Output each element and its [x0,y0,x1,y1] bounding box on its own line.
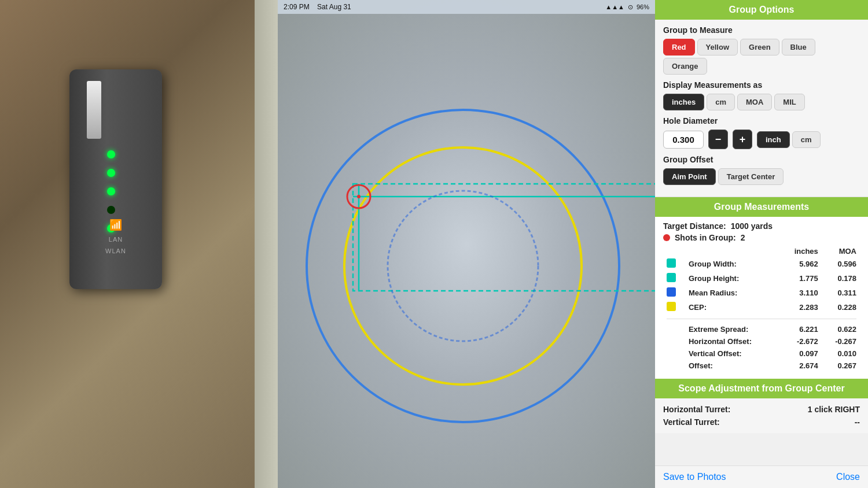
close-button[interactable]: Close [836,472,860,482]
meas-moa-7: 0.267 [822,360,860,372]
measurements-body: Target Distance: 1000 yards Shots in Gro… [655,217,868,379]
btn-mil[interactable]: MIL [774,94,804,110]
meas-label-7: Offset: [685,360,780,372]
meas-label-4: Extreme Spread: [685,323,780,335]
color-swatch-0 [667,258,676,268]
meas-moa-5: -0.267 [822,335,860,347]
meas-swatch-4 [663,323,685,335]
meas-inches-3: 2.283 [780,300,822,315]
hole-diameter-row: 0.300 − + inch cm [663,130,860,149]
btn-yellow[interactable]: Yellow [697,39,738,56]
btn-cm[interactable]: cm [707,94,735,110]
wlan-label: WLAN [105,247,126,254]
close-label: Close [836,472,860,482]
vertical-turret-label: Vertical Turret: [663,417,720,427]
save-label: Save to Photos [663,472,726,482]
group-measurements-header: Group Measurements [655,197,868,217]
group-to-measure-buttons: Red Yellow Green Blue Orange [663,39,860,75]
signal-icon: ▲▲▲ [605,3,624,10]
shots-in-group-value: 2 [741,233,745,242]
meas-inches-1: 1.775 [780,271,822,286]
led-1 [107,150,115,158]
meas-inches-2: 3.110 [780,286,822,300]
meas-inches-4: 6.221 [780,323,822,335]
btn-target-center[interactable]: Target Center [718,168,784,185]
save-to-photos-button[interactable]: Save to Photos [663,472,726,482]
meas-swatch-7 [663,360,685,372]
scope-adjustment-section: Scope Adjustment from Group Center Horiz… [655,379,868,433]
meas-moa-1: 0.178 [822,271,860,286]
col-header-inches: inches [780,246,822,257]
meas-inches-5: -2.672 [780,335,822,347]
svg-point-8 [357,195,361,198]
col-header-moa: MOA [822,246,860,257]
bottom-actions: Save to Photos Close [655,465,868,488]
hole-diameter-label: Hole Diameter [663,116,860,125]
measurements-table: inches MOA Group Width:5.9620.596Group H… [663,246,860,372]
group-offset-buttons: Aim Point Target Center [663,168,860,185]
horizontal-turret-label: Horizontal Turret: [663,405,730,414]
meas-row-0: Group Width:5.9620.596 [663,257,860,271]
btn-moa[interactable]: MOA [737,94,772,110]
meas-moa-4: 0.622 [822,323,860,335]
shots-in-group-label: Shots in Group: [675,233,736,242]
horizontal-turret-row: Horizontal Turret: 1 click RIGHT [663,403,860,416]
left-photo-panel: 📶 LAN WLAN [0,0,278,488]
vertical-turret-value: -- [855,417,860,427]
display-measurements-label: Display Measurements as [663,80,860,90]
status-time: 2:09 PM Sat Aug 31 [284,3,351,11]
meas-row-5: Horizontal Offset:-2.672-0.267 [663,335,860,347]
btn-inches[interactable]: inches [663,94,704,110]
wifi-status-icon: ⊙ [628,3,633,11]
meas-swatch-5 [663,335,685,347]
meas-label-1: Group Height: [685,271,780,286]
meas-label-3: CEP: [685,300,780,315]
btn-blue[interactable]: Blue [782,39,815,56]
lan-label: LAN [109,236,123,243]
shots-red-dot [663,234,670,241]
btn-red[interactable]: Red [663,39,695,56]
hole-diameter-value: 0.300 [663,131,704,149]
meas-swatch-3 [663,300,685,315]
scope-adjustment-header: Scope Adjustment from Group Center [655,379,868,398]
wifi-icon: 📶 [109,219,122,231]
meas-moa-0: 0.596 [822,257,860,271]
meas-swatch-2 [663,286,685,300]
meas-row-2: Mean Radius:3.1100.311 [663,286,860,300]
svg-point-14 [388,191,538,341]
meas-moa-2: 0.311 [822,286,860,300]
svg-point-1 [344,147,582,385]
center-camera-panel: 2:09 PM Sat Aug 31 ▲▲▲ ⊙ 96% [278,0,655,488]
meas-swatch-0 [663,257,685,271]
meas-inches-7: 2.674 [780,360,822,372]
btn-orange[interactable]: Orange [663,58,707,75]
meas-label-2: Mean Radius: [685,286,780,300]
status-bar: 2:09 PM Sat Aug 31 ▲▲▲ ⊙ 96% [278,0,655,14]
group-options-header: Group Options [655,0,868,20]
group-offset-label: Group Offset [663,155,860,164]
target-distance-row: Target Distance: 1000 yards [663,221,860,231]
horizontal-turret-value: 1 click RIGHT [808,405,860,414]
meas-inches-6: 0.097 [780,347,822,360]
btn-aim-point[interactable]: Aim Point [663,168,716,185]
time-text: 2:09 PM [284,3,310,11]
status-icons: ▲▲▲ ⊙ 96% [605,3,649,11]
hole-decrement-btn[interactable]: − [708,130,728,149]
meas-row-7: Offset:2.6740.267 [663,360,860,372]
meas-row-3: CEP:2.2830.228 [663,300,860,315]
btn-cm-unit[interactable]: cm [792,131,821,148]
meas-moa-6: 0.010 [822,347,860,360]
btn-inch[interactable]: inch [757,131,790,148]
meas-swatch-1 [663,271,685,286]
btn-green[interactable]: Green [740,39,779,56]
led-3 [107,187,115,195]
meas-moa-3: 0.228 [822,300,860,315]
vertical-turret-row: Vertical Turret: -- [663,416,860,428]
meas-inches-0: 5.962 [780,257,822,271]
hole-unit-buttons: inch cm [757,131,821,148]
color-swatch-2 [667,287,676,297]
target-distance-label: Target Distance: [663,221,726,231]
meas-row-6: Vertical Offset:0.0970.010 [663,347,860,360]
target-distance-value: 1000 yards [731,221,773,231]
hole-increment-btn[interactable]: + [733,130,752,149]
